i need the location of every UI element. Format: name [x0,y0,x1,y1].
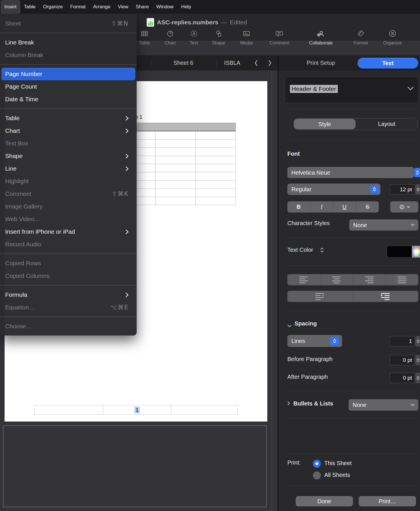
decrease-indent-button[interactable] [287,291,353,302]
italic-button[interactable]: I [310,201,333,212]
spacing-collapse-icon[interactable] [287,323,292,329]
table-row[interactable] [123,140,235,148]
menubar-item-share[interactable]: Share [132,0,152,14]
bullets-lists-dropdown[interactable]: None [349,399,418,411]
spacing-mode-stepper[interactable] [330,337,339,345]
menu-item-page-count[interactable]: Page Count [0,80,137,93]
table-row[interactable] [123,131,235,140]
table-row[interactable] [123,156,235,164]
tab-style[interactable]: Style [294,119,356,129]
after-paragraph-field[interactable]: 0 pt [390,373,415,383]
tabs-next-icon[interactable] [268,59,272,68]
radio-all-sheets[interactable] [313,471,321,479]
toolbar-collaborate-button[interactable]: Collaborate [307,29,335,54]
footer-cell-center[interactable]: 1 [103,405,171,415]
before-paragraph-stepper[interactable] [415,355,420,365]
menu-separator [0,33,137,33]
table-row[interactable] [123,181,235,189]
strikethrough-button[interactable]: S [356,201,379,212]
align-left-button[interactable] [287,274,320,285]
chevron-down-icon [411,223,415,226]
radio-all-sheets-label[interactable]: All Sheets [324,472,350,478]
font-family-stepper[interactable] [414,168,420,177]
menu-item-shape[interactable]: Shape [0,150,137,162]
table-row[interactable] [123,172,235,181]
radio-this-sheet-label[interactable]: This Sheet [324,460,352,467]
table-body[interactable] [123,131,236,205]
menu-item-insert-from-iphone-ipad[interactable]: Insert from iPhone or iPad [0,225,137,238]
done-button[interactable]: Done [296,496,353,506]
menu-item-table[interactable]: Table [0,112,137,124]
text-inspector-tab[interactable]: Text [358,58,418,69]
bullets-lists-label: Bullets & Lists [293,400,333,407]
advanced-options-button[interactable] [390,201,418,212]
menu-item-formula[interactable]: Formula [0,288,137,301]
font-size-stepper[interactable] [415,184,420,194]
font-family-dropdown[interactable]: Helvetica Neue [287,167,414,178]
footer-cell-right[interactable] [171,405,238,415]
align-justify-button[interactable] [386,274,419,285]
color-wheel-button[interactable] [412,246,420,258]
menu-separator [0,285,137,286]
toolbar-format-button[interactable]: Format [347,29,374,54]
text-color-swatch[interactable] [387,246,412,258]
menubar-item-view[interactable]: View [114,0,132,14]
chevron-down-icon[interactable] [407,87,414,92]
font-weight-dropdown[interactable]: Regular [287,184,380,195]
table-row[interactable] [123,189,235,197]
menubar-item-table[interactable]: Table [20,0,40,14]
page-number-field[interactable]: 1 [134,407,140,414]
menu-item-date-time[interactable]: Date & Time [0,93,137,106]
menubar-item-insert[interactable]: Insert [1,0,20,14]
menubar-item-arrange[interactable]: Arrange [89,0,114,14]
up-down-chevrons-icon [372,186,376,192]
tab-layout[interactable]: Layout [356,118,417,130]
tab-sheet-6[interactable]: Sheet 6 [160,56,206,71]
toolbar-text-button[interactable]: Text [180,29,208,54]
bold-button[interactable]: B [287,201,310,212]
align-center-button[interactable] [320,274,353,285]
radio-this-sheet[interactable] [313,460,321,468]
character-styles-dropdown[interactable]: None [349,219,418,231]
print-button[interactable]: Print… [359,496,416,506]
menu-item-line-break[interactable]: Line Break [0,36,137,49]
tab-isbla-partial[interactable]: ISBLA [224,56,241,71]
toolbar-organize-button[interactable]: Organize [379,29,406,54]
spacing-section-label: Spacing [295,320,317,327]
text-style-buttons: B I U S [287,201,379,212]
menu-item-page-number[interactable]: Page Number [1,68,135,80]
menubar-item-format[interactable]: Format [66,0,89,14]
table-header-row[interactable] [123,123,236,131]
underline-button[interactable]: U [333,201,356,212]
table-row[interactable] [123,148,235,156]
menu-item-line[interactable]: Line [0,162,137,175]
media-icon [242,29,251,38]
after-paragraph-stepper[interactable] [415,373,420,383]
toolbar-media-button[interactable]: Media [233,29,260,54]
up-down-chevrons-icon[interactable] [320,247,324,255]
header-footer-selected-text[interactable]: Header & Footer [290,85,338,93]
menubar-item-window[interactable]: Window [152,0,177,14]
tab-separator [216,58,217,68]
before-paragraph-field[interactable]: 0 pt [390,355,415,365]
increase-indent-button[interactable] [353,291,418,302]
print-setup-button[interactable]: Print Setup [295,56,347,71]
menu-item-chart[interactable]: Chart [0,124,137,137]
footer-cell-left[interactable] [34,405,103,415]
menubar-item-organize[interactable]: Organize [39,0,66,14]
menubar-item-help[interactable]: Help [177,0,195,14]
toolbar-comment-button[interactable]: Comment [266,29,293,54]
line-spacing-field[interactable]: 1 [390,336,415,346]
menu-item-sheet: Sheet ⇧⌘N [0,17,137,30]
line-spacing-stepper[interactable] [415,336,420,346]
bullets-expand-icon[interactable] [287,401,290,407]
toolbar-chart-button[interactable]: Chart [156,29,184,54]
toolbar-shape-button[interactable]: Shape [205,29,232,54]
table-row[interactable] [123,197,235,205]
font-weight-stepper[interactable] [370,185,379,193]
tabs-prev-icon[interactable] [254,59,258,68]
table-row[interactable] [123,164,235,172]
align-right-button[interactable] [353,274,386,285]
chevron-down-icon [407,206,410,208]
font-size-field[interactable]: 12 pt [390,184,415,194]
